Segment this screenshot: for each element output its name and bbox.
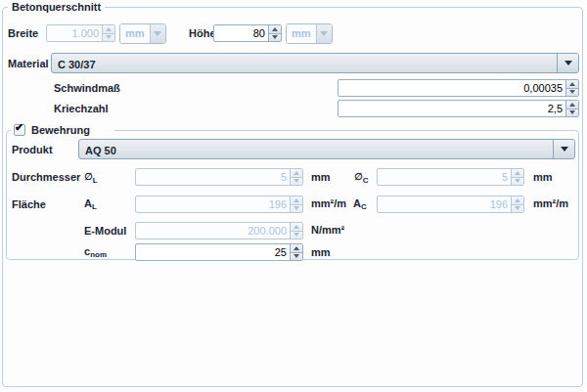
emodul-unit: N/mm²	[311, 224, 344, 236]
spinner-down-icon	[291, 231, 302, 240]
chevron-down-icon[interactable]	[553, 140, 574, 158]
schwindmass-label: Schwindmaß	[54, 82, 120, 94]
spinner-down-icon[interactable]	[566, 109, 578, 117]
dia-l-unit: mm	[311, 171, 331, 183]
chevron-down-icon	[151, 24, 165, 43]
spinner-down-icon	[291, 204, 302, 213]
spinner-up-icon[interactable]	[269, 25, 281, 33]
produkt-combobox[interactable]: AQ 50	[78, 139, 575, 159]
spinner-down-icon	[512, 177, 523, 186]
emodul-spinner	[290, 223, 302, 239]
spinner-down-icon[interactable]	[269, 33, 281, 42]
kriechzahl-value[interactable]: 2,5	[339, 101, 565, 116]
spinner-down-icon	[103, 33, 114, 42]
schwindmass-field[interactable]: 0,00035	[338, 79, 579, 97]
cnom-field[interactable]: 25	[135, 243, 303, 261]
bewehrung-title: Bewehrung	[27, 124, 94, 136]
emodul-value: 200.000	[136, 223, 290, 239]
a-c-value: 196	[378, 196, 511, 212]
breite-field: 1.000	[46, 24, 115, 42]
produkt-value[interactable]: AQ 50	[79, 140, 553, 158]
a-c-spinner	[511, 196, 523, 212]
betonquerschnitt-panel: Betonquerschnitt Breite 1.000 mm Höhe 80…	[0, 0, 587, 392]
schwindmass-value[interactable]: 0,00035	[339, 80, 565, 96]
spinner-up-icon	[291, 223, 302, 231]
spinner-up-icon[interactable]	[566, 101, 578, 109]
chevron-down-icon[interactable]	[557, 54, 578, 72]
spinner-up-icon	[512, 169, 523, 177]
dia-c-field: 5	[377, 168, 524, 186]
breite-unit-label: mm	[120, 24, 151, 43]
a-c-field: 196	[377, 196, 524, 213]
cnom-value[interactable]: 25	[136, 244, 290, 260]
dia-c-spinner	[511, 169, 523, 185]
dia-c-unit: mm	[533, 171, 553, 183]
spinner-down-icon	[512, 204, 523, 213]
check-icon: ✔	[15, 121, 23, 133]
hoehe-spinner[interactable]	[268, 25, 281, 41]
hoehe-unit-combobox: mm	[286, 23, 333, 44]
breite-value: 1.000	[47, 25, 102, 41]
spinner-up-icon	[512, 196, 523, 204]
a-l-value: 196	[136, 196, 290, 212]
emodul-label: E-Modul	[84, 225, 126, 237]
hoehe-label: Höhe	[189, 27, 216, 39]
spinner-up-icon[interactable]	[291, 244, 302, 252]
a-c-symbol: AC	[353, 197, 367, 211]
cnom-spinner[interactable]	[290, 244, 302, 260]
hoehe-value[interactable]: 80	[214, 25, 268, 41]
emodul-field: 200.000	[135, 222, 303, 240]
bewehrung-checkbox[interactable]: ✔	[14, 124, 25, 136]
spinner-down-icon	[291, 177, 302, 186]
material-label: Material	[8, 58, 49, 69]
dia-c-symbol: ∅C	[354, 171, 369, 185]
betonquerschnitt-title: Betonquerschnitt	[8, 1, 105, 13]
dia-c-value: 5	[378, 169, 511, 185]
hoehe-unit-label: mm	[287, 24, 317, 43]
kriechzahl-label: Kriechzahl	[54, 103, 109, 114]
produkt-label: Produkt	[12, 144, 53, 155]
breite-unit-combobox: mm	[119, 23, 166, 44]
flaeche-label: Fläche	[12, 198, 46, 210]
dia-l-value: 5	[136, 169, 290, 185]
spinner-down-icon[interactable]	[566, 88, 578, 97]
material-value[interactable]: C 30/37	[52, 54, 557, 72]
spinner-down-icon[interactable]	[291, 252, 302, 261]
spinner-up-icon[interactable]	[566, 80, 578, 88]
breite-label: Breite	[8, 27, 38, 39]
a-l-unit: mm²/m	[311, 197, 346, 209]
dia-l-spinner	[290, 169, 302, 185]
cnom-unit: mm	[311, 246, 331, 258]
chevron-down-icon	[317, 24, 332, 43]
a-l-symbol: AL	[84, 197, 97, 211]
a-l-field: 196	[135, 196, 303, 213]
dia-l-symbol: ∅L	[84, 171, 98, 185]
kriechzahl-spinner[interactable]	[565, 101, 578, 116]
dia-l-field: 5	[135, 168, 303, 186]
hoehe-field[interactable]: 80	[213, 24, 282, 42]
breite-spinner	[102, 25, 114, 41]
material-combobox[interactable]: C 30/37	[51, 53, 579, 73]
spinner-up-icon	[291, 169, 302, 177]
a-l-spinner	[290, 196, 302, 212]
durchmesser-label: Durchmesser	[12, 171, 80, 183]
a-c-unit: mm²/m	[533, 197, 568, 209]
spinner-up-icon	[291, 196, 302, 204]
kriechzahl-field[interactable]: 2,5	[338, 100, 579, 117]
cnom-symbol: cnom	[84, 245, 107, 259]
schwindmass-spinner[interactable]	[565, 80, 578, 96]
spinner-up-icon	[103, 25, 114, 33]
